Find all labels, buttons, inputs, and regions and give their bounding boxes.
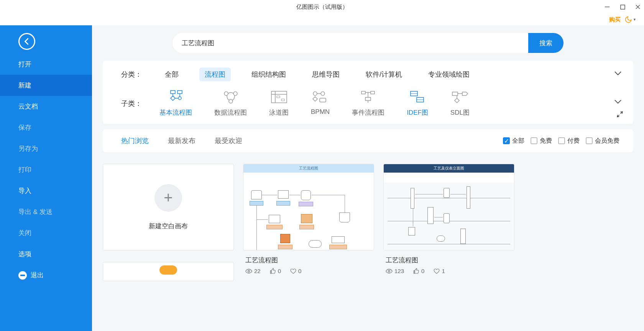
stat-views: 22 [245, 268, 261, 274]
filter-tab-popular[interactable]: 热门浏览 [121, 136, 149, 145]
filter-tab-newest[interactable]: 最新发布 [168, 136, 196, 145]
bpmn-icon [311, 90, 330, 104]
filter-check-member-free[interactable]: 会员免费 [586, 137, 619, 145]
buy-link[interactable]: 购买 [609, 16, 621, 23]
sidebar-item-label: 关闭 [18, 229, 31, 237]
stat-value: 0 [421, 268, 424, 274]
moon-icon [624, 16, 632, 23]
filter-tab-most-liked[interactable]: 最受欢迎 [215, 136, 242, 145]
svg-rect-23 [365, 97, 371, 100]
template-card-blank-wrapper: + 新建空白画布 [103, 164, 234, 281]
subcategory-label: 子类： [121, 99, 144, 108]
eye-icon [245, 268, 252, 274]
sidebar-item-label: 退出 [31, 271, 44, 280]
sidebar-item-cloud[interactable]: 云文档 [0, 96, 92, 117]
svg-point-5 [178, 97, 181, 100]
plus-icon: + [154, 184, 182, 212]
template-blank-canvas[interactable]: + 新建空白画布 [103, 164, 234, 250]
template-preview[interactable]: 工艺流程图 [243, 164, 374, 250]
subcategory-sdl[interactable]: SDL图 [450, 90, 470, 117]
search-button[interactable]: 搜索 [528, 33, 564, 53]
subcategory-label-text: 泳道图 [269, 108, 289, 117]
sidebar-item-label: 打印 [18, 165, 31, 174]
stat-views: 123 [386, 268, 404, 274]
minimize-button[interactable] [604, 4, 610, 10]
sidebar-item-options[interactable]: 选项 [0, 244, 92, 265]
stat-favs: 0 [290, 268, 301, 274]
exit-icon [18, 271, 27, 280]
filter-checks: ✓全部 免费 付费 会员免费 [503, 137, 619, 145]
checkbox-icon: ✓ [503, 137, 510, 144]
subcategory-basic-flowchart[interactable]: 基本流程图 [159, 90, 192, 117]
search-input[interactable] [172, 39, 528, 47]
category-expand-toggle[interactable] [614, 71, 622, 77]
subcategory-event-flowchart[interactable]: 事件流程图 [352, 90, 384, 117]
sidebar-item-label: 新建 [18, 81, 31, 90]
template-card-partial[interactable] [103, 262, 234, 281]
sidebar-item-exit[interactable]: 退出 [0, 265, 92, 286]
title-bar: 亿图图示（试用版） [0, 0, 644, 14]
stat-favs: 1 [434, 268, 445, 274]
svg-rect-20 [371, 91, 375, 94]
category-item-all[interactable]: 全部 [159, 68, 184, 81]
filter-check-all[interactable]: ✓全部 [503, 137, 524, 145]
svg-point-8 [233, 92, 237, 96]
sidebar-item-label: 保存 [18, 123, 31, 132]
category-item-flowchart[interactable]: 流程图 [199, 68, 231, 81]
sidebar-item-new[interactable]: 新建 [0, 75, 92, 96]
sidebar-item-print[interactable]: 打印 [0, 159, 92, 180]
theme-toggle[interactable]: ▼ [624, 16, 636, 23]
stat-value: 1 [442, 268, 445, 274]
checkbox-icon [531, 137, 537, 144]
svg-rect-19 [361, 91, 365, 94]
sidebar-item-open[interactable]: 打开 [0, 54, 92, 75]
sidebar-item-import[interactable]: 导入 [0, 180, 92, 201]
stat-likes: 0 [413, 268, 424, 274]
fullscreen-toggle[interactable] [616, 111, 623, 119]
filter-check-paid[interactable]: 付费 [558, 137, 580, 145]
template-card: 工艺流程图 [243, 164, 374, 281]
back-button[interactable] [18, 33, 35, 50]
sidebar-item-close[interactable]: 关闭 [0, 222, 92, 244]
svg-rect-1 [621, 5, 625, 9]
sidebar-item-label: 云文档 [18, 102, 38, 111]
sidebar-item-export[interactable]: 导出 & 发送 [0, 201, 92, 222]
blank-canvas-label: 新建空白画布 [149, 222, 188, 231]
data-flowchart-icon [222, 90, 240, 104]
subcategory-expand-toggle[interactable] [614, 99, 622, 106]
subcategory-label-text: 事件流程图 [352, 108, 384, 117]
svg-rect-13 [277, 96, 280, 98]
category-panel: 分类： 全部 流程图 组织结构图 思维导图 软件/计算机 专业领域绘图 子类： … [103, 61, 633, 124]
svg-point-35 [388, 270, 390, 272]
template-preview[interactable]: 工艺及仪表立面图 [383, 164, 514, 250]
svg-rect-14 [281, 99, 284, 101]
stat-likes: 0 [270, 268, 281, 274]
search-bar: 搜索 [172, 33, 564, 53]
filter-check-label: 付费 [567, 137, 580, 145]
action-row: 购买 ▼ [0, 14, 644, 25]
chevron-down-icon [614, 99, 622, 104]
category-item-orgchart[interactable]: 组织结构图 [246, 68, 291, 81]
svg-rect-29 [452, 92, 458, 96]
category-item-professional[interactable]: 专业领域绘图 [423, 68, 475, 81]
svg-point-16 [321, 92, 325, 96]
close-button[interactable] [635, 4, 641, 10]
subcategory-label-text: IDEF图 [407, 108, 428, 117]
svg-rect-6 [177, 91, 182, 94]
filter-check-free[interactable]: 免费 [531, 137, 552, 145]
checkbox-icon [558, 137, 565, 144]
stat-value: 123 [394, 268, 404, 274]
template-thumbnail-body [243, 183, 374, 250]
subcategory-data-flowchart[interactable]: 数据流程图 [214, 90, 247, 117]
subcategory-swimlane[interactable]: 泳道图 [269, 90, 289, 117]
category-item-mindmap[interactable]: 思维导图 [307, 68, 345, 81]
subcategory-idef[interactable]: IDEF图 [407, 90, 428, 117]
subcategory-label-text: SDL图 [450, 108, 470, 117]
subcategory-label-text: 数据流程图 [214, 108, 247, 117]
category-item-software[interactable]: 软件/计算机 [360, 68, 407, 81]
subcategory-bpmn[interactable]: BPMN [311, 90, 330, 117]
svg-point-15 [313, 92, 317, 96]
maximize-button[interactable] [619, 4, 626, 10]
sidebar-item-saveas[interactable]: 另存为 [0, 138, 92, 159]
sidebar-item-save[interactable]: 保存 [0, 117, 92, 138]
